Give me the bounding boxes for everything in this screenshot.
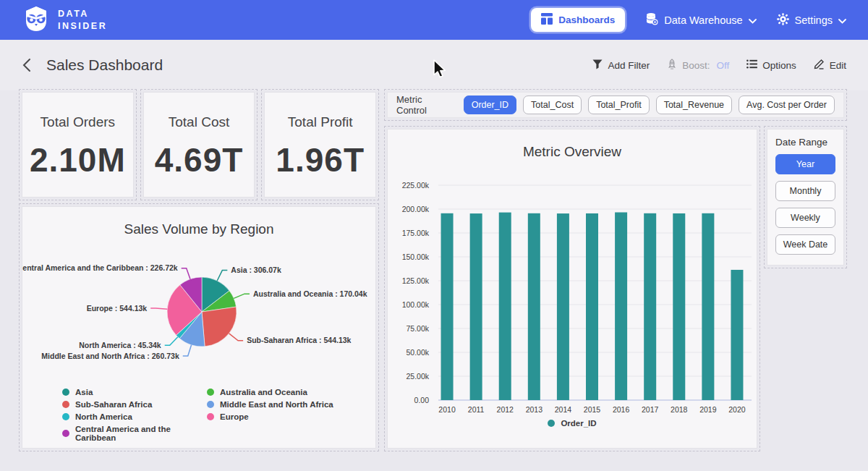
options-button[interactable]: Options [746,59,796,71]
legend-item[interactable]: Europe [207,412,333,421]
nav-settings[interactable]: Settings [777,13,846,27]
nav-dashboards-button[interactable]: Dashboards [531,8,625,32]
kpi-value: 2.10M [30,140,126,179]
svg-text:2018: 2018 [671,405,688,414]
legend-item[interactable]: North America [62,412,207,421]
owl-logo-icon [22,5,51,35]
svg-text:150.00k: 150.00k [402,253,430,261]
metric-chip-total-cost[interactable]: Total_Cost [523,96,582,114]
legend-label: Asia [75,388,93,396]
bar-chart[interactable]: 0.0025.00k50.00k75.00k100.00k125.00k150.… [390,169,756,419]
svg-text:2015: 2015 [584,405,601,414]
svg-text:2013: 2013 [526,405,543,414]
page-header: Sales Dashboard Add Filter Boost: Off [0,40,868,90]
svg-text:Sub-Saharan Africa : 544.13k: Sub-Saharan Africa : 544.13k [247,336,351,344]
metric-chip-order-id[interactable]: Order_ID [464,96,516,114]
legend-item[interactable]: Central America and the Caribbean [62,425,207,442]
svg-text:125.00k: 125.00k [402,276,430,285]
svg-text:2019: 2019 [699,405,717,414]
svg-text:25.00k: 25.00k [406,372,429,381]
boost-value: Off [716,60,729,71]
metric-control-label: Metric Control [396,94,454,116]
pie-chart[interactable]: Asia : 306.07kAustralia and Oceania : 17… [22,249,377,386]
add-filter-label: Add Filter [608,60,650,71]
add-filter-button[interactable]: Add Filter [592,59,650,72]
svg-text:Middle East and North Africa :: Middle East and North Africa : 260.73k [41,352,179,360]
filter-icon [592,59,603,72]
svg-text:2016: 2016 [613,405,630,414]
date-range-weekly-button[interactable]: Weekly [775,208,835,228]
legend-label: Europe [220,412,249,421]
nav-dashboards-label: Dashboards [558,14,615,25]
kpi-value: 4.69T [155,140,244,179]
date-range-monthly-button[interactable]: Monthly [775,181,835,201]
legend-dot [207,389,214,396]
svg-text:50.00k: 50.00k [406,348,429,357]
svg-text:100.00k: 100.00k [402,300,430,309]
svg-text:2012: 2012 [497,405,514,414]
boost-toggle[interactable]: Boost: Off [667,59,729,72]
pie-chart-title: Sales Volume by Region [22,207,375,237]
gear-icon [777,13,789,27]
nav-data-warehouse[interactable]: Data Warehouse [645,12,756,27]
back-button[interactable] [22,58,32,72]
options-list-icon [746,59,757,71]
pie-chart-card: Sales Volume by Region Asia : 306.07kAus… [22,206,376,449]
legend-label: Middle East and North Africa [220,400,333,409]
svg-text:75.00k: 75.00k [406,324,429,333]
pie-legend: Asia Australia and Oceania Sub-Saharan A… [62,388,333,442]
svg-text:200.00k: 200.00k [402,205,430,213]
svg-text:Australia and Oceania : 170.04: Australia and Oceania : 170.04k [253,289,367,298]
legend-dot [62,413,69,420]
brand-line1: DATA [58,8,107,20]
edit-label: Edit [830,60,846,71]
bar-chart-title: Metric Overview [388,130,757,160]
bar-chart-legend[interactable]: Order_ID [388,419,757,428]
nav-data-warehouse-label: Data Warehouse [664,14,742,26]
chevron-down-icon [749,14,757,26]
svg-text:Europe : 544.13k: Europe : 544.13k [87,304,148,313]
date-range-label: Date Range [775,137,835,148]
kpi-label: Total Orders [41,114,115,130]
date-range-year-button[interactable]: Year [775,154,835,174]
pencil-icon [814,59,825,72]
kpi-label: Total Cost [169,114,229,130]
svg-text:2020: 2020 [728,405,746,414]
page-title: Sales Dashboard [46,56,163,74]
options-label: Options [762,60,796,71]
legend-dot [62,430,69,437]
svg-text:2014: 2014 [555,405,572,414]
svg-text:175.00k: 175.00k [402,229,430,237]
legend-dot [207,413,214,420]
brand-logo[interactable]: DATA INSIDER [22,5,107,35]
legend-item[interactable]: Australia and Oceania [207,388,333,396]
top-navbar: DATA INSIDER Dashboards [0,0,868,40]
metric-chip-total-profit[interactable]: Total_Profit [588,96,650,114]
kpi-card-total-orders: Total Orders 2.10M [22,92,134,198]
legend-item[interactable]: Middle East and North Africa [207,400,333,409]
legend-item[interactable]: Asia [62,388,207,396]
date-range-week-date-button[interactable]: Week Date [775,234,835,255]
brand-line2: INSIDER [58,20,107,33]
svg-text:2010: 2010 [438,405,456,414]
boost-label: Boost: [682,60,710,71]
metric-chip-avg-cost[interactable]: Avg. Cost per Order [739,96,835,114]
rocket-icon [667,59,677,72]
svg-text:2017: 2017 [642,405,659,414]
kpi-label: Total Profit [288,114,353,130]
kpi-row: Total Orders 2.10M Total Cost 4.69T Tota… [22,92,376,198]
nav-settings-label: Settings [795,14,833,26]
svg-text:2011: 2011 [468,405,485,414]
kpi-card-total-cost: Total Cost 4.69T [143,92,255,198]
kpi-card-total-profit: Total Profit 1.96T [264,92,376,198]
legend-item[interactable]: Sub-Saharan Africa [62,400,207,409]
kpi-value: 1.96T [276,140,365,179]
edit-button[interactable]: Edit [814,59,846,72]
svg-text:North America : 45.34k: North America : 45.34k [79,341,161,349]
metric-chip-total-revenue[interactable]: Total_Revenue [656,96,732,114]
dashboards-grid-icon [541,13,553,27]
bar-legend-label: Order_ID [561,419,596,428]
legend-dot [62,389,69,396]
legend-label: Central America and the Caribbean [75,425,207,442]
svg-text:0.00: 0.00 [414,396,430,404]
